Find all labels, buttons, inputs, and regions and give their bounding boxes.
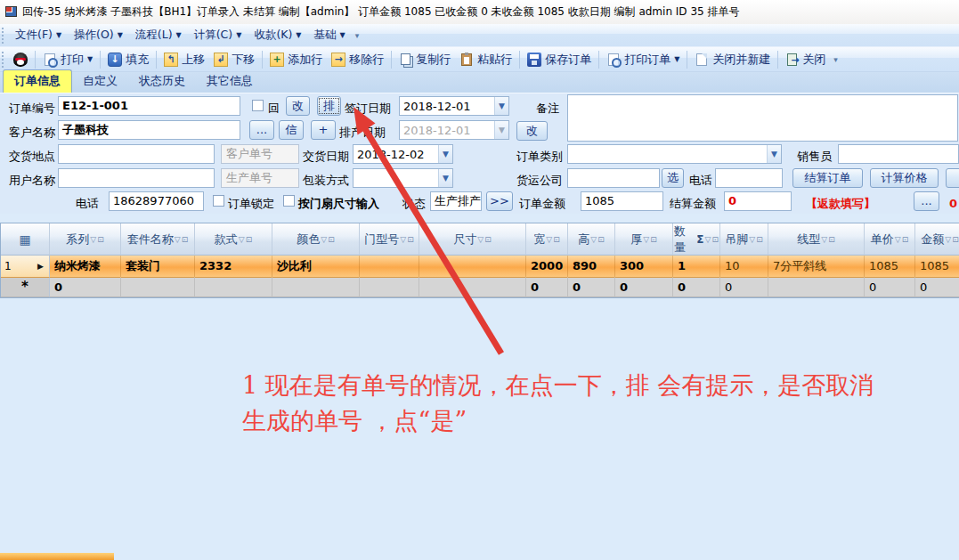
column-header-thickness[interactable]: 厚▽⊡ — [615, 223, 673, 256]
pin-icon[interactable]: ⊡ — [952, 235, 959, 244]
column-header-color[interactable]: 颜色▽⊡ — [272, 223, 360, 256]
phone-input[interactable]: 18628977060 — [109, 191, 204, 211]
close-and-new-button[interactable]: 关闭并新建 — [690, 50, 775, 69]
grid-cell[interactable]: 0 — [568, 278, 615, 297]
dropdown-arrow-icon[interactable]: ▼ — [767, 145, 781, 163]
grid-cell[interactable]: 纳米烤漆 — [50, 256, 121, 278]
sched-date-picker[interactable]: 2018-12-01 ▼ — [399, 120, 509, 140]
address-input[interactable] — [58, 144, 215, 164]
filter-icon[interactable]: ▽ — [175, 235, 181, 244]
column-header-foot[interactable]: 吊脚▽⊡ — [720, 223, 768, 256]
new-row-header[interactable]: * — [1, 278, 50, 297]
pin-icon[interactable]: ⊡ — [902, 235, 909, 244]
print-button[interactable]: 打印▼ — [38, 50, 97, 69]
packing-select[interactable]: ▼ — [353, 168, 453, 188]
menu-basic[interactable]: 基础▼ — [307, 25, 351, 45]
menu-calc[interactable]: 计算(C)▼ — [188, 25, 248, 45]
tab-order-info[interactable]: 订单信息 — [3, 69, 72, 93]
move-down-button[interactable]: ↲下移 — [209, 50, 259, 69]
refund-dots-button[interactable]: ... — [914, 191, 939, 211]
grid-cell[interactable] — [360, 256, 419, 278]
grid-cell[interactable]: 0 — [50, 278, 121, 297]
pin-icon[interactable]: ⊡ — [97, 235, 104, 244]
grid-cell[interactable]: 10 — [720, 256, 768, 278]
grid-cell[interactable]: 沙比利 — [272, 256, 360, 278]
column-header-amount[interactable]: 金额▽⊡ — [915, 223, 959, 256]
grid-cell[interactable]: 1085 — [915, 256, 959, 278]
hui-checkbox[interactable] — [252, 100, 264, 111]
menu-file[interactable]: 文件(F)▼ — [9, 25, 68, 45]
xin-button[interactable]: 信 — [279, 120, 304, 140]
pin-icon[interactable]: ⊡ — [650, 235, 657, 244]
pin-icon[interactable]: ⊡ — [484, 235, 492, 244]
production-no-input[interactable]: 生产单号 — [221, 168, 299, 188]
gai2-button[interactable]: 改 — [516, 121, 548, 141]
add-row-button[interactable]: +添加行 — [265, 50, 327, 69]
user-name-input[interactable] — [58, 168, 215, 188]
grid-cell[interactable] — [121, 278, 195, 297]
toolbar-overflow-icon[interactable]: ▾ — [833, 55, 838, 64]
filter-icon[interactable]: ▽ — [705, 235, 711, 244]
customer-no-input[interactable]: 客户单号 — [221, 144, 299, 164]
tab-status-history[interactable]: 状态历史 — [128, 70, 196, 93]
xuan-button[interactable]: 选 — [662, 168, 684, 188]
pin-icon[interactable]: ⊡ — [246, 235, 253, 244]
salesman-input[interactable] — [838, 144, 959, 164]
shipping-input[interactable] — [567, 168, 660, 188]
calc-price-button[interactable]: 计算价格 — [870, 168, 939, 188]
sign-date-picker[interactable]: 2018-12-01 ▼ — [399, 96, 509, 116]
grid-cell[interactable]: 890 — [568, 256, 615, 278]
save-order-button[interactable]: 保存订单 — [523, 50, 596, 69]
customer-lookup-button[interactable]: ... — [249, 120, 274, 140]
column-header-unit-price[interactable]: 单价▽⊡ — [865, 223, 915, 256]
grid-cell[interactable]: 套装门 — [121, 256, 195, 278]
grid-cell[interactable]: 0 — [915, 278, 959, 297]
gai-button[interactable]: 改 — [286, 96, 310, 116]
menu-receipt[interactable]: 收款(K)▼ — [248, 25, 307, 45]
column-header-kit[interactable]: 套件名称▽⊡ — [121, 223, 195, 256]
close-button[interactable]: 关闭 — [781, 50, 830, 69]
pin-icon[interactable]: ⊡ — [407, 235, 414, 244]
dropdown-arrow-icon[interactable]: ▼ — [438, 145, 452, 163]
filter-icon[interactable]: ▽ — [643, 235, 649, 244]
order-no-input[interactable]: E12-1-001 — [58, 96, 240, 116]
grid-cell[interactable]: 300 — [615, 256, 673, 278]
pin-icon[interactable]: ⊡ — [711, 235, 719, 244]
menu-operate[interactable]: 操作(O)▼ — [68, 25, 129, 45]
column-header-series[interactable]: 系列▽⊡ — [50, 223, 121, 256]
grid-cell[interactable] — [360, 278, 419, 297]
move-up-button[interactable]: ↰上移 — [159, 50, 209, 69]
status-input[interactable]: 生产排产 — [430, 191, 482, 211]
grid-cell[interactable] — [419, 256, 526, 278]
filter-icon[interactable]: ▽ — [749, 235, 755, 244]
order-type-select[interactable]: ▼ — [567, 144, 782, 164]
column-header-size[interactable]: 尺寸▽⊡ — [419, 223, 526, 256]
pai-button[interactable]: 排 — [317, 96, 341, 116]
grid-cell[interactable]: 0 — [720, 278, 768, 297]
grid-cell[interactable]: 2332 — [195, 256, 272, 278]
pin-icon[interactable]: ⊡ — [756, 235, 763, 244]
customer-input[interactable]: 子墨科技 — [58, 120, 240, 140]
dropdown-arrow-icon[interactable]: ▼ — [494, 97, 508, 115]
grid-cell[interactable] — [768, 278, 865, 297]
filter-icon[interactable]: ▽ — [895, 235, 901, 244]
grid-cell[interactable]: 1085 — [865, 256, 915, 278]
grid-cell[interactable]: 1 — [673, 256, 720, 278]
column-header-line-type[interactable]: 线型▽⊡ — [768, 223, 865, 256]
grid-cell[interactable]: 7分平斜线 — [768, 256, 865, 278]
grid-cell[interactable] — [272, 278, 360, 297]
column-header-qty[interactable]: 数量Σ▽⊡ — [673, 223, 720, 256]
copy-row-button[interactable]: 复制行 — [394, 50, 455, 69]
pin-icon[interactable]: ⊡ — [553, 235, 560, 244]
grid-cell[interactable] — [195, 278, 272, 297]
grid-cell[interactable]: 0 — [673, 278, 720, 297]
grid-cell[interactable]: 0 — [865, 278, 915, 297]
column-header-style[interactable]: 款式▽⊡ — [195, 223, 272, 256]
filter-icon[interactable]: ▽ — [321, 235, 327, 244]
remove-row-button[interactable]: →移除行 — [327, 50, 388, 69]
more-status-button[interactable]: >> — [486, 191, 513, 211]
filter-icon[interactable]: ▽ — [821, 235, 827, 244]
deliv-date-picker[interactable]: 2018-12-02 ▼ — [353, 144, 453, 164]
tab-custom[interactable]: 自定义 — [72, 70, 128, 93]
filter-icon[interactable]: ▽ — [945, 235, 951, 244]
